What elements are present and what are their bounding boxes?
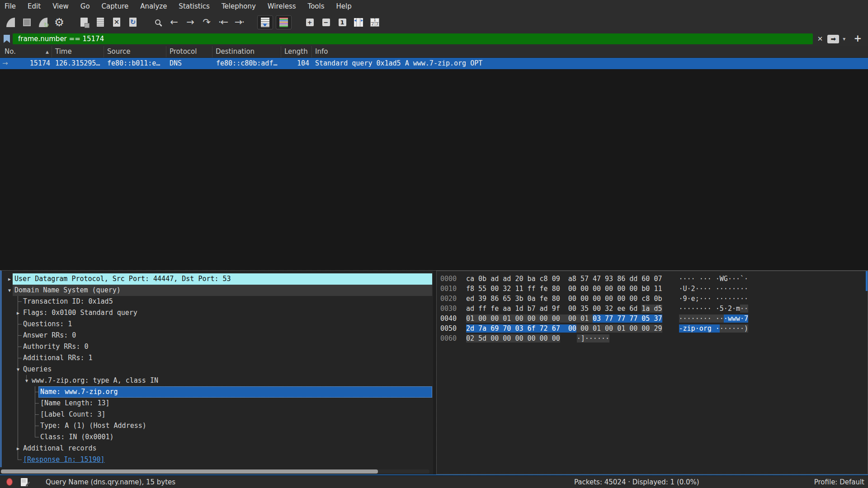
capture-comment-icon[interactable] bbox=[21, 478, 28, 486]
column-header-no[interactable]: No.▲ bbox=[0, 46, 52, 57]
profile-status[interactable]: Profile: Default bbox=[814, 478, 864, 486]
tree-row[interactable]: Questions: 1 bbox=[3, 319, 433, 330]
tree-row[interactable]: [Name Length: 13] bbox=[3, 398, 433, 409]
menu-item-file[interactable]: File bbox=[5, 2, 16, 10]
zoom-100-button[interactable]: 1 bbox=[335, 15, 349, 29]
menu-item-analyze[interactable]: Analyze bbox=[140, 2, 167, 10]
hex-ascii[interactable]: ········ ·5·2·m·· bbox=[679, 304, 749, 314]
collapse-arrow-icon[interactable]: ▼ bbox=[6, 285, 13, 296]
tree-row[interactable]: ▶Additional records bbox=[3, 443, 433, 454]
apply-filter-button[interactable]: ➡ bbox=[827, 35, 839, 43]
column-header-length[interactable]: Length bbox=[281, 46, 312, 57]
tree-row[interactable]: [Label Count: 3] bbox=[3, 409, 433, 420]
reload-file-button[interactable]: ↻ bbox=[126, 15, 140, 29]
pane-splitter[interactable] bbox=[433, 271, 436, 474]
menu-item-telephony[interactable]: Telephony bbox=[222, 2, 256, 10]
hex-row[interactable]: 0030ad ff fe aa 1d b7 ad 9f 00 35 00 32 … bbox=[440, 304, 868, 314]
save-file-button[interactable] bbox=[94, 15, 107, 29]
tree-row[interactable]: ▶Flags: 0x0100 Standard query bbox=[3, 307, 433, 319]
hex-bytes[interactable]: ed 39 86 65 3b 0a fe 80 00 00 00 00 00 0… bbox=[466, 294, 662, 304]
auto-scroll-toggle-button[interactable] bbox=[257, 15, 273, 29]
menu-item-view[interactable]: View bbox=[52, 2, 69, 10]
colorize-toggle-button[interactable] bbox=[276, 15, 292, 29]
stop-capture-button[interactable] bbox=[20, 15, 33, 29]
tree-row[interactable]: Transaction ID: 0x1ad5 bbox=[3, 296, 433, 307]
details-scrollbar-thumb[interactable] bbox=[1, 469, 378, 474]
column-header-source[interactable]: Source bbox=[104, 46, 166, 57]
tree-row[interactable]: ▶User Datagram Protocol, Src Port: 44447… bbox=[3, 273, 433, 285]
column-header-destination[interactable]: Destination bbox=[212, 46, 281, 57]
tree-row[interactable]: ▼Domain Name System (query) bbox=[3, 285, 433, 296]
resize-columns-button[interactable]: ◂▸ bbox=[352, 15, 365, 29]
go-first-packet-button[interactable]: ·← bbox=[216, 15, 230, 29]
add-filter-button[interactable]: + bbox=[849, 33, 864, 45]
tree-row[interactable]: Answer RRs: 0 bbox=[3, 330, 433, 341]
hex-row[interactable]: 006002 5d 00 00 00 00 00 00·]······ bbox=[440, 333, 868, 343]
packet-details-pane[interactable]: ▶User Datagram Protocol, Src Port: 44447… bbox=[0, 271, 433, 474]
restart-capture-button[interactable]: ↻ bbox=[36, 15, 50, 29]
start-capture-button[interactable] bbox=[4, 15, 17, 29]
close-file-button[interactable]: ✕ bbox=[110, 15, 123, 29]
go-last-packet-button[interactable]: →· bbox=[232, 15, 246, 29]
expand-arrow-icon[interactable]: ▶ bbox=[14, 443, 22, 454]
open-file-button[interactable] bbox=[77, 15, 91, 29]
menu-item-help[interactable]: Help bbox=[336, 2, 351, 10]
hex-bytes[interactable]: 01 00 00 01 00 00 00 00 00 01 03 77 77 7… bbox=[466, 314, 662, 324]
go-back-button[interactable]: ← bbox=[167, 15, 181, 29]
menu-item-capture[interactable]: Capture bbox=[102, 2, 129, 10]
collapse-arrow-icon[interactable]: ▼ bbox=[14, 364, 22, 375]
tree-row[interactable]: Type: A (1) (Host Address) bbox=[3, 420, 433, 432]
tree-row[interactable]: ▼Queries bbox=[3, 364, 433, 375]
menu-item-statistics[interactable]: Statistics bbox=[179, 2, 210, 10]
tree-row[interactable]: Additional RRs: 1 bbox=[3, 352, 433, 364]
hex-ascii[interactable]: ·9·e;··· ········ bbox=[679, 294, 749, 304]
expand-arrow-icon[interactable]: ▶ bbox=[6, 273, 13, 285]
expand-arrow-icon[interactable]: ▶ bbox=[14, 307, 22, 319]
tree-row[interactable]: Authority RRs: 0 bbox=[3, 341, 433, 352]
collapse-arrow-icon[interactable]: ▼ bbox=[23, 375, 30, 386]
menu-item-tools[interactable]: Tools bbox=[308, 2, 325, 10]
filter-dropdown-icon[interactable]: ▾ bbox=[842, 36, 846, 42]
hex-bytes[interactable]: ad ff fe aa 1d b7 ad 9f 00 35 00 32 ee 6… bbox=[466, 304, 662, 314]
go-to-packet-button[interactable]: ↷ bbox=[200, 15, 213, 29]
menu-item-go[interactable]: Go bbox=[80, 2, 90, 10]
hex-row[interactable]: 00502d 7a 69 70 03 6f 72 67 00 00 01 00 … bbox=[440, 324, 868, 333]
menu-item-edit[interactable]: Edit bbox=[28, 2, 41, 10]
hex-bytes[interactable]: f8 55 00 32 11 ff fe 80 00 00 00 00 00 0… bbox=[466, 284, 662, 294]
zoom-out-button[interactable]: − bbox=[319, 15, 333, 29]
zoom-in-button[interactable]: + bbox=[303, 15, 316, 29]
packet-list-row-selected[interactable]: → 15174126.315295…fe80::b011:e…DNSfe80::… bbox=[0, 58, 868, 69]
fit-columns-button[interactable]: 123 bbox=[368, 15, 382, 29]
hex-ascii[interactable]: ········ ···www·7 bbox=[679, 314, 749, 324]
tree-row-link[interactable]: [Response In: 15190] bbox=[3, 454, 433, 465]
column-header-protocol[interactable]: Protocol bbox=[166, 46, 212, 57]
display-filter-input[interactable]: frame.number == 15174 bbox=[13, 33, 813, 44]
tree-row-selected[interactable]: Name: www.7-zip.org bbox=[3, 386, 433, 398]
details-horizontal-scrollbar[interactable] bbox=[1, 469, 429, 474]
hex-row[interactable]: 0010f8 55 00 32 11 ff fe 80 00 00 00 00 … bbox=[440, 284, 868, 294]
hex-ascii[interactable]: -zip·org ·······) bbox=[679, 324, 749, 333]
menu-item-wireless[interactable]: Wireless bbox=[268, 2, 296, 10]
hex-ascii[interactable]: ·U·2···· ········ bbox=[679, 284, 749, 294]
tree-row[interactable]: ▼www.7-zip.org: type A, class IN bbox=[3, 375, 433, 386]
hex-row[interactable]: 004001 00 00 01 00 00 00 00 00 01 03 77 … bbox=[440, 314, 868, 324]
tree-row[interactable]: Class: IN (0x0001) bbox=[3, 432, 433, 443]
hex-ascii[interactable]: ·]······ bbox=[577, 333, 609, 343]
hex-bytes[interactable]: 02 5d 00 00 00 00 00 00 bbox=[466, 333, 560, 343]
expert-info-icon[interactable] bbox=[6, 478, 13, 486]
packet-bytes-pane[interactable]: 0000ca 0b ad ad 20 ba c8 09 a8 57 47 93 … bbox=[436, 271, 868, 474]
hex-row[interactable]: 0000ca 0b ad ad 20 ba c8 09 a8 57 47 93 … bbox=[440, 274, 868, 284]
hex-row[interactable]: 0020ed 39 86 65 3b 0a fe 80 00 00 00 00 … bbox=[440, 294, 868, 304]
column-header-info[interactable]: Info bbox=[312, 46, 868, 57]
hex-ascii[interactable]: ···· ··· ·WG···`· bbox=[679, 274, 749, 284]
bytes-scrollbar-thumb[interactable] bbox=[866, 271, 868, 291]
capture-options-button[interactable]: ⚙ bbox=[52, 15, 66, 29]
clear-filter-icon[interactable]: ✕ bbox=[816, 35, 825, 43]
column-header-time[interactable]: Time bbox=[52, 46, 104, 57]
packet-list-empty-area[interactable] bbox=[0, 69, 868, 270]
find-packet-button[interactable] bbox=[151, 15, 165, 29]
go-forward-button[interactable]: → bbox=[184, 15, 197, 29]
hex-bytes[interactable]: 2d 7a 69 70 03 6f 72 67 00 00 01 00 01 0… bbox=[466, 324, 662, 333]
hex-bytes[interactable]: ca 0b ad ad 20 ba c8 09 a8 57 47 93 86 d… bbox=[466, 274, 662, 284]
filter-bookmark-icon[interactable] bbox=[4, 35, 10, 43]
